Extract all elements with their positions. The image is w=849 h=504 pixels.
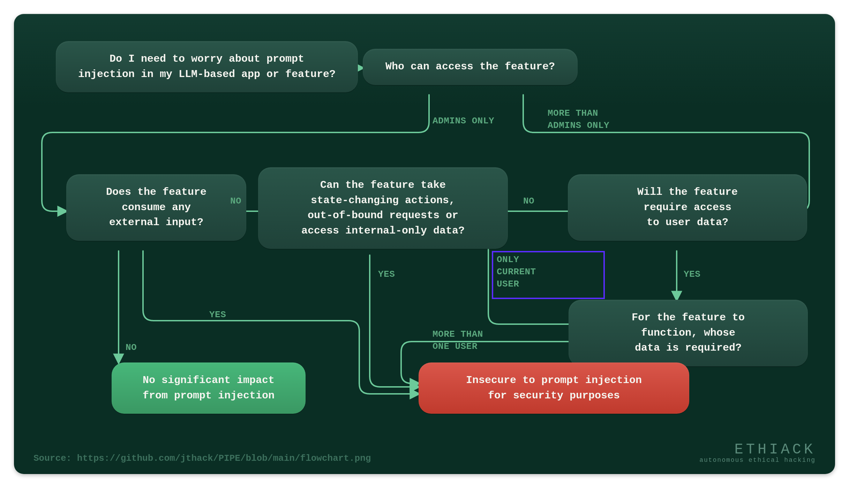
edge-label-yes-statechanging: YES: [378, 268, 395, 281]
edge-label-only-current-user: ONLY CURRENT USER: [497, 254, 536, 290]
edge-label-yes-external: YES: [209, 309, 226, 321]
node-external-input: Does the feature consume any external in…: [66, 174, 246, 241]
source-attribution: Source: https://github.com/jthack/PIPE/b…: [33, 453, 371, 464]
node-who-can-access: Who can access the feature?: [363, 49, 578, 85]
edge-label-no-external: NO: [126, 342, 137, 354]
node-user-data: Will the feature require access to user …: [568, 174, 807, 241]
edge-label-more-than-admins: MORE THAN ADMINS ONLY: [548, 107, 609, 132]
brand-block: ETHIACK autonomous ethical hacking: [699, 441, 816, 464]
node-state-changing: Can the feature take state-changing acti…: [258, 167, 508, 249]
brand-logo: ETHIACK: [699, 441, 816, 458]
node-result-insecure: Insecure to prompt injection for securit…: [419, 362, 689, 414]
edge-label-no-statechanging: NO: [230, 195, 241, 207]
edge-label-yes-userdata: YES: [684, 268, 700, 281]
brand-tagline: autonomous ethical hacking: [699, 457, 816, 464]
edge-label-no-userdata: NO: [523, 195, 534, 207]
node-whose-data: For the feature to function, whose data …: [569, 300, 808, 366]
edge-label-more-than-one-user: MORE THAN ONE USER: [433, 328, 483, 353]
node-start-question: Do I need to worry about prompt injectio…: [56, 41, 358, 92]
edge-label-admins-only: ADMINS ONLY: [433, 115, 494, 127]
flowchart-canvas: Do I need to worry about prompt injectio…: [14, 14, 835, 474]
node-result-safe: No significant impact from prompt inject…: [112, 362, 306, 414]
